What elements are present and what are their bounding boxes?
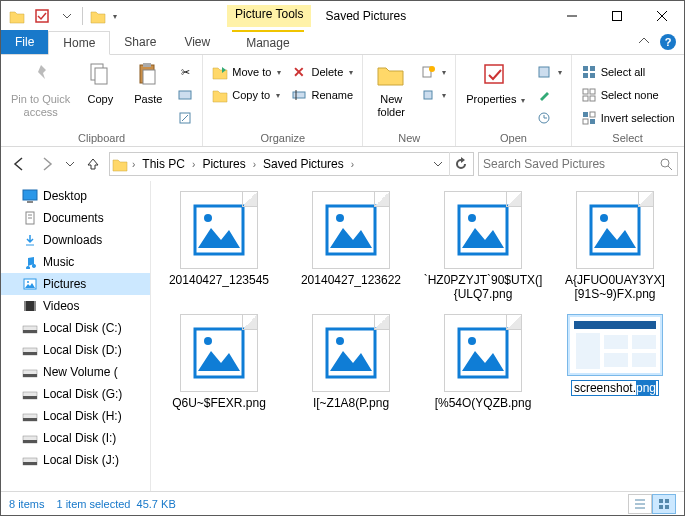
help-icon[interactable]: ?: [660, 34, 676, 50]
qat-dropdown[interactable]: [55, 5, 79, 27]
nav-item-pictures[interactable]: Pictures: [1, 273, 150, 295]
easy-access-button[interactable]: ▾: [417, 84, 449, 106]
tab-share[interactable]: Share: [110, 30, 170, 54]
close-button[interactable]: [639, 1, 684, 31]
nav-item-label: Desktop: [43, 189, 87, 203]
new-item-button[interactable]: ▾: [417, 61, 449, 83]
disk-icon: [21, 342, 39, 358]
file-item[interactable]: A{JFUO0UAY3YX][91S~9)FX.png: [553, 187, 677, 306]
pin-to-quick-access-button[interactable]: Pin to Quick access: [7, 57, 74, 120]
tab-file[interactable]: File: [1, 30, 48, 54]
select-none-button[interactable]: Select none: [578, 84, 678, 106]
svg-rect-10: [143, 63, 151, 67]
copy-button[interactable]: Copy: [78, 57, 122, 108]
qat-folder-icon[interactable]: [5, 5, 29, 27]
qat-properties-icon[interactable]: [30, 5, 54, 27]
file-label: `HZ0PZYJT`90$UTX(]{ULQ7.png: [423, 273, 543, 302]
edit-icon: [536, 87, 552, 103]
group-label-select: Select: [578, 130, 678, 146]
select-all-button[interactable]: Select all: [578, 61, 678, 83]
address-bar[interactable]: › This PC› Pictures› Saved Pictures›: [109, 152, 474, 176]
content-pane[interactable]: 20140427_12354520140427_123622`HZ0PZYJT`…: [151, 181, 684, 491]
svg-point-43: [27, 281, 29, 283]
nav-item-local-disk-d-[interactable]: Local Disk (D:): [1, 339, 150, 361]
svg-rect-58: [665, 499, 669, 503]
file-label: Q6U~$FEXR.png: [172, 396, 266, 410]
ribbon-collapse-icon[interactable]: [638, 35, 650, 47]
view-details-button[interactable]: [628, 494, 652, 514]
file-label: A{JFUO0UAY3YX][91S~9)FX.png: [555, 273, 675, 302]
copy-to-button[interactable]: Copy to▾: [209, 84, 284, 106]
cut-button[interactable]: ✂: [174, 61, 196, 83]
minimize-button[interactable]: [549, 1, 594, 31]
invert-selection-button[interactable]: Invert selection: [578, 107, 678, 129]
svg-rect-37: [27, 201, 33, 203]
open-button[interactable]: ▾: [533, 61, 565, 83]
tab-manage[interactable]: Manage: [232, 30, 303, 54]
up-button[interactable]: [81, 152, 105, 176]
forward-button[interactable]: [35, 152, 59, 176]
properties-button[interactable]: Properties ▾: [462, 57, 528, 108]
file-item[interactable]: `HZ0PZYJT`90$UTX(]{ULQ7.png: [421, 187, 545, 306]
delete-button[interactable]: ✕Delete▾: [288, 61, 356, 83]
nav-item-desktop[interactable]: Desktop: [1, 185, 150, 207]
search-box[interactable]: [478, 152, 678, 176]
file-item[interactable]: 20140427_123545: [157, 187, 281, 306]
nav-item-local-disk-j-[interactable]: Local Disk (J:): [1, 449, 150, 471]
paste-shortcut-button[interactable]: [174, 107, 196, 129]
nav-item-local-disk-g-[interactable]: Local Disk (G:): [1, 383, 150, 405]
svg-rect-32: [583, 119, 588, 124]
file-label: [%54O(YQZB.png: [435, 396, 532, 410]
crumb-this-pc[interactable]: This PC: [139, 157, 188, 171]
nav-item-new-volume-[interactable]: New Volume (: [1, 361, 150, 383]
doc-icon: [21, 210, 39, 226]
nav-item-downloads[interactable]: Downloads: [1, 229, 150, 251]
history-button[interactable]: [533, 107, 565, 129]
search-input[interactable]: [483, 157, 659, 171]
maximize-button[interactable]: [594, 1, 639, 31]
file-item-renaming[interactable]: screenshot.png: [553, 310, 677, 414]
crumb-pictures[interactable]: Pictures: [199, 157, 248, 171]
search-icon[interactable]: [659, 157, 673, 171]
recent-dropdown[interactable]: [63, 152, 77, 176]
refresh-button[interactable]: [449, 152, 471, 176]
file-item[interactable]: [%54O(YQZB.png: [421, 310, 545, 414]
svg-rect-57: [659, 499, 663, 503]
rename-button[interactable]: Rename: [288, 84, 356, 106]
group-label-new: New: [369, 130, 449, 146]
file-item[interactable]: I[~Z1A8(P.png: [289, 310, 413, 414]
nav-item-videos[interactable]: Videos: [1, 295, 150, 317]
location-icon: [112, 156, 128, 172]
nav-item-local-disk-i-[interactable]: Local Disk (I:): [1, 427, 150, 449]
view-icons-button[interactable]: [652, 494, 676, 514]
nav-item-label: Local Disk (H:): [43, 409, 122, 423]
file-label: 20140427_123622: [301, 273, 401, 287]
back-button[interactable]: [7, 152, 31, 176]
nav-item-documents[interactable]: Documents: [1, 207, 150, 229]
navigation-pane[interactable]: DesktopDocumentsDownloadsMusicPicturesVi…: [1, 181, 151, 491]
nav-item-local-disk-h-[interactable]: Local Disk (H:): [1, 405, 150, 427]
tab-view[interactable]: View: [170, 30, 224, 54]
svg-rect-6: [612, 12, 621, 21]
file-rename-input[interactable]: screenshot.png: [571, 380, 659, 396]
tab-home[interactable]: Home: [48, 31, 110, 55]
delete-icon: ✕: [291, 64, 307, 80]
file-label: I[~Z1A8(P.png: [313, 396, 389, 410]
qat-new-icon[interactable]: [86, 5, 110, 27]
crumb-saved-pictures[interactable]: Saved Pictures: [260, 157, 347, 171]
pictures-icon: [21, 276, 39, 292]
move-to-button[interactable]: Move to▾: [209, 61, 284, 83]
copy-path-button[interactable]: [174, 84, 196, 106]
file-item[interactable]: Q6U~$FEXR.png: [157, 310, 281, 414]
paste-button[interactable]: Paste: [126, 57, 170, 108]
edit-button[interactable]: [533, 84, 565, 106]
file-item[interactable]: 20140427_123622: [289, 187, 413, 306]
nav-item-local-disk-c-[interactable]: Local Disk (C:): [1, 317, 150, 339]
qat-overflow[interactable]: ▾: [113, 12, 117, 21]
nav-item-label: Videos: [43, 299, 79, 313]
desktop-icon: [21, 188, 39, 204]
nav-item-music[interactable]: Music: [1, 251, 150, 273]
address-dropdown[interactable]: [429, 152, 447, 176]
new-folder-button[interactable]: New folder: [369, 57, 413, 120]
image-thumbnail-icon: [576, 191, 654, 269]
